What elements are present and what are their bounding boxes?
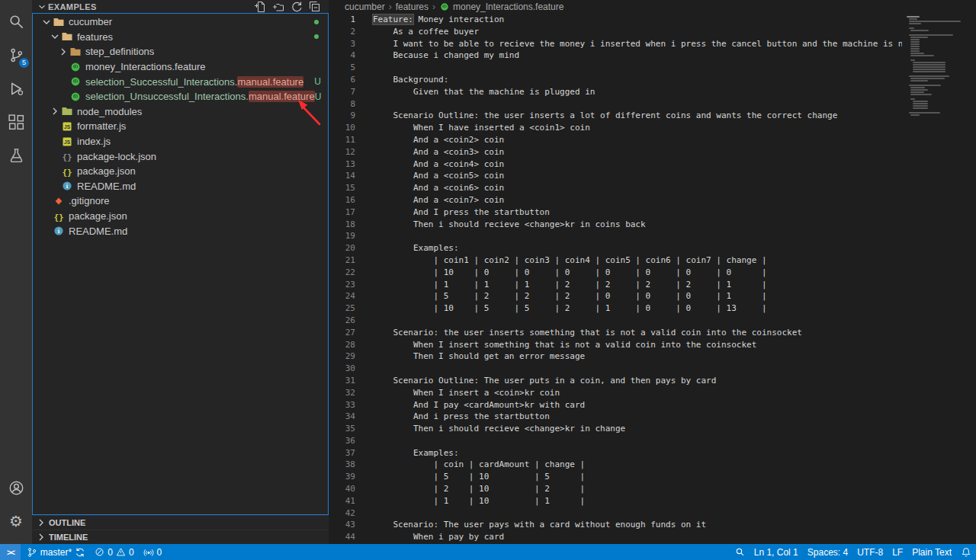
code-line[interactable]: 15 And a <coin6> coin	[329, 182, 902, 194]
sidebar-header[interactable]: EXAMPLES	[32, 0, 329, 13]
outline-panel-header[interactable]: OUTLINE	[32, 515, 329, 530]
code-line[interactable]: 12 And a <coin3> coin	[329, 146, 902, 158]
code-line[interactable]: 11 And a <coin2> coin	[329, 134, 902, 146]
tree-item-features[interactable]: features	[33, 30, 328, 45]
tree-item-step-definitions[interactable]: step_definitions	[33, 44, 328, 59]
language-mode[interactable]: Plain Text	[907, 544, 956, 560]
code-line[interactable]: 5	[329, 62, 902, 74]
cursor-position[interactable]: Ln 1, Col 1	[750, 544, 803, 560]
eol[interactable]: LF	[888, 544, 907, 560]
code-line[interactable]: 31 Scenario Outline: The user puts in a …	[329, 375, 902, 387]
code-line[interactable]: 19	[329, 230, 902, 242]
language-mode-label: Plain Text	[912, 547, 952, 558]
code-line[interactable]: 21 | coin1 | coin2 | coin3 | coin4 | coi…	[329, 254, 902, 267]
problems[interactable]: 00	[90, 544, 138, 560]
code-line[interactable]: 41 | 1 | 10 | 1 |	[329, 495, 902, 507]
activity-settings-icon[interactable]: ⚙	[0, 504, 32, 538]
problems-label: 0	[108, 547, 113, 558]
code-line[interactable]: 7 Given that the machine is plugged in	[329, 86, 902, 98]
new-file-button[interactable]	[253, 1, 266, 13]
remote-icon: ><	[7, 548, 14, 557]
breadcrumb-item[interactable]: cucumber	[345, 2, 385, 12]
code-line[interactable]: 39 | 5 | 10 | 5 |	[329, 471, 902, 483]
indentation[interactable]: Spaces: 4	[803, 544, 852, 560]
chevron-down-icon[interactable]	[40, 16, 53, 28]
activity-source-control-icon[interactable]: 5	[0, 38, 32, 72]
code-line[interactable]: 32 When I insert a <coin>kr coin	[329, 387, 902, 399]
tree-item-formatter-js[interactable]: JSformatter.js	[33, 119, 328, 134]
activity-search-icon[interactable]	[0, 5, 32, 38]
code-line[interactable]: 8	[329, 98, 902, 110]
code-line[interactable]: 44 When i pay by card	[329, 531, 902, 543]
tree-item-readme-md[interactable]: iREADME.md	[33, 223, 328, 238]
minimap[interactable]	[902, 14, 976, 544]
activity-accounts-icon[interactable]	[0, 471, 32, 504]
line-number: 29	[329, 350, 355, 363]
encoding[interactable]: UTF-8	[852, 544, 888, 560]
minimap-line	[913, 105, 928, 107]
tree-item-index-js[interactable]: JSindex.js	[33, 134, 328, 149]
chevron-right-icon[interactable]	[57, 46, 69, 58]
chevron-down-icon[interactable]	[49, 30, 61, 43]
chevron-down-icon	[37, 2, 47, 12]
code-line[interactable]: 14 And a <coin5> coin	[329, 170, 902, 182]
code-line[interactable]: 43 Scenario: The user pays with a card w…	[329, 519, 902, 531]
tree-item-readme-md[interactable]: iREADME.md	[33, 179, 328, 194]
code-line[interactable]: 25 | 10 | 5 | 5 | 2 | 1 | 0 | 0 | 13 |	[329, 302, 902, 315]
code-line[interactable]: 28 When I insert something that is not a…	[329, 339, 902, 351]
code-line[interactable]: 16 And a <coin7> coin	[329, 194, 902, 206]
code-line[interactable]: 37 Examples:	[329, 447, 902, 459]
code-line[interactable]: 13 And a <coin4> coin	[329, 158, 902, 171]
code-line[interactable]: 17 And I press the startbutton	[329, 206, 902, 219]
activity-extensions-icon[interactable]	[0, 105, 32, 139]
code-line[interactable]: 40 | 2 | 10 | 2 |	[329, 483, 902, 495]
code-area[interactable]: 1Feature: Money interaction2 As a coffee…	[329, 14, 902, 544]
breadcrumb-item[interactable]: features	[396, 2, 429, 12]
code-line[interactable]: 35 Then i should recieve <change>kr in c…	[329, 423, 902, 435]
new-folder-button[interactable]	[271, 1, 284, 13]
code-line[interactable]: 34 And i press the startbutton	[329, 411, 902, 423]
breadcrumb-item[interactable]: money_Interactions.feature	[439, 2, 563, 12]
code-line[interactable]: 2 As a coffee buyer	[329, 26, 902, 38]
tree-item-package-json[interactable]: {}package.json	[33, 209, 328, 224]
tree-item-package-lock-json[interactable]: {}package-lock.json	[33, 149, 328, 164]
code-line[interactable]: 22 | 10 | 0 | 0 | 0 | 0 | 0 | 0 | 0 |	[329, 267, 902, 279]
code-line[interactable]: 18 Then i should recieve <change>kr in c…	[329, 219, 902, 231]
code-line[interactable]: 38 | coin | cardAmount | change |	[329, 459, 902, 471]
tree-item--gitignore[interactable]: .gitignore	[33, 194, 328, 209]
remote-indicator[interactable]: ><	[0, 544, 21, 560]
activity-run-debug-icon[interactable]	[0, 72, 32, 105]
code-line[interactable]: 33 And I pay <cardAmount>kr with card	[329, 399, 902, 411]
code-line[interactable]: 10 When I have inserted a <coin1> coin	[329, 122, 902, 134]
code-line[interactable]: 30	[329, 363, 902, 375]
code-line[interactable]: 26	[329, 315, 902, 327]
code-line[interactable]: 24 | 5 | 2 | 2 | 2 | 0 | 0 | 0 | 1 |	[329, 290, 902, 302]
line-number: 18	[329, 219, 355, 231]
code-line[interactable]: 20 Examples:	[329, 242, 902, 254]
zoom-indicator[interactable]	[730, 544, 750, 560]
tree-item-package-json[interactable]: {}package.json	[33, 164, 328, 179]
code-line[interactable]: 23 | 1 | 1 | 1 | 2 | 2 | 2 | 2 | 1 |	[329, 279, 902, 291]
collapse-all-button[interactable]	[308, 1, 321, 13]
code-line[interactable]: 4 Because i changed my mind	[329, 50, 902, 62]
code-line[interactable]: 42	[329, 507, 902, 520]
code-line[interactable]: 3 I want to be able to recieve the money…	[329, 38, 902, 50]
code-line[interactable]: 36	[329, 435, 902, 447]
code-line[interactable]: 27 Scenario: the user inserts something …	[329, 327, 902, 339]
tree-item-selection-unsuccessful-interactions[interactable]: selection_Unsuccessful_Interactions.manu…	[33, 89, 328, 104]
code-line[interactable]: 6 Background:	[329, 74, 902, 86]
tree-item-cucumber[interactable]: cucumber	[33, 14, 328, 30]
tree-item-money-interactions-feature[interactable]: money_Interactions.feature	[33, 59, 328, 75]
code-line[interactable]: 1Feature: Money interaction	[329, 14, 902, 26]
timeline-panel-header[interactable]: TIMELINE	[32, 530, 329, 544]
ports[interactable]: 0	[139, 544, 167, 560]
git-branch[interactable]: master*	[22, 544, 90, 560]
code-line[interactable]: 29 Then I should get an error message	[329, 350, 902, 363]
tree-item-node-modules[interactable]: node_modules	[33, 104, 328, 120]
code-line[interactable]: 9 Scenario Outline: the user inserts a l…	[329, 110, 902, 122]
chevron-right-icon[interactable]	[49, 105, 61, 117]
activity-testing-icon[interactable]	[0, 139, 32, 172]
notifications[interactable]	[956, 544, 976, 560]
tree-item-selection-successful-interactions[interactable]: selection_Successful_Interactions.manual…	[33, 74, 328, 89]
refresh-button[interactable]	[290, 1, 303, 13]
